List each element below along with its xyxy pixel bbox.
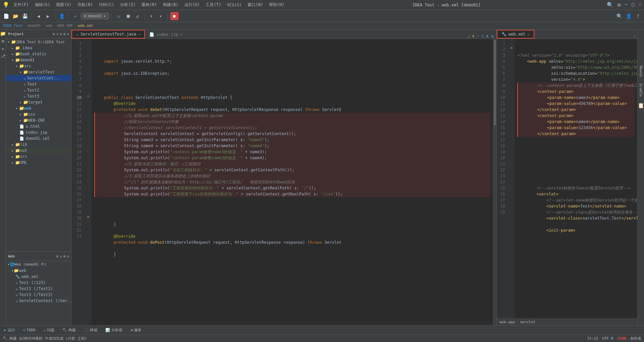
breadcrumb-part-4[interactable]: web.xml bbox=[78, 23, 93, 28]
menu-code[interactable]: 代码(C) bbox=[97, 2, 116, 8]
panel-sync-icon[interactable]: ⊙ bbox=[60, 32, 62, 36]
tree-item-servletcontext[interactable]: ☕ ServletCont... bbox=[6, 75, 71, 81]
tree-item-src[interactable]: ▾ 📁 src bbox=[6, 63, 71, 69]
build-button[interactable]: 🔨 构建 bbox=[60, 327, 78, 333]
help-icon[interactable]: ? bbox=[634, 12, 642, 20]
close-button[interactable]: ✕ bbox=[639, 2, 641, 8]
menu-run[interactable]: 运行(U) bbox=[182, 2, 202, 8]
menu-vcs[interactable]: VCS(S) bbox=[225, 3, 244, 7]
tree-item-out[interactable]: ▸ 📁 out bbox=[6, 148, 71, 154]
tree-item-servlettest[interactable]: ▾ 📁 servletTest bbox=[6, 69, 71, 75]
favorites-icon[interactable]: ★ bbox=[2, 46, 4, 51]
services-button[interactable]: ⚙ 服务 bbox=[128, 327, 144, 333]
breadcrumb-part-3[interactable]: WEB-INF bbox=[57, 23, 73, 28]
dropdown-button[interactable]: ▾ bbox=[157, 12, 165, 20]
tab-servletcontexttest[interactable]: ☕ ServletContextTest.java ✕ bbox=[71, 30, 145, 39]
tab-webxml[interactable]: 🔧 web.xml ✕ bbox=[497, 30, 534, 39]
maximize-button[interactable]: □ bbox=[632, 2, 634, 8]
menu-refactor[interactable]: 重构(R) bbox=[140, 2, 159, 8]
tree-item-test[interactable]: ☕ Test bbox=[6, 81, 71, 87]
breadcrumb-part-1[interactable]: demo01 bbox=[28, 23, 41, 28]
save-button[interactable]: 💾 bbox=[21, 12, 29, 20]
search-everywhere-icon[interactable]: 🔍 bbox=[615, 12, 623, 20]
tree-item-root[interactable]: ▾ 📁 IDEA Test D:\IDEA Test bbox=[6, 39, 71, 45]
git-icon[interactable]: ⎇ bbox=[1, 54, 5, 58]
gradle-icon[interactable]: Gradle bbox=[638, 81, 644, 100]
menu-help[interactable]: 帮助(H) bbox=[267, 2, 286, 8]
tab-close-button[interactable]: ✕ bbox=[138, 33, 140, 36]
project-icon[interactable]: 📁 bbox=[0, 31, 6, 36]
web-item-webxml[interactable]: 🔧 web.xml bbox=[6, 274, 71, 280]
event-log-icon[interactable]: 📋 bbox=[636, 101, 644, 110]
menu-build[interactable]: 构建(B) bbox=[161, 2, 180, 8]
user-button[interactable]: 👤 bbox=[58, 12, 66, 20]
breadcrumb-webapp[interactable]: web-app bbox=[499, 320, 515, 324]
web-tree-subtitle[interactable]: ▾ 🌐 Web (demo01 中) bbox=[6, 261, 71, 268]
web-item-test[interactable]: ☕ Test (/123) bbox=[6, 280, 71, 286]
tree-item-src2[interactable]: ▸ 📁 src bbox=[6, 154, 71, 160]
panel-sort-icon[interactable]: ↕ bbox=[56, 32, 59, 36]
tree-item-ahtml[interactable]: 📄 a.html bbox=[6, 123, 71, 129]
maven-icon[interactable]: Maven bbox=[638, 63, 644, 79]
tab-close-button[interactable]: ✕ bbox=[528, 33, 530, 36]
right-code-editor[interactable]: <?xml version="1.0" encoding="UTF-8"?> <… bbox=[515, 39, 637, 319]
tree-item-book-static[interactable]: ▸ 📁 book_static bbox=[6, 51, 71, 57]
web-item-test2[interactable]: ☕ Test2 (/Test2) bbox=[6, 286, 71, 292]
menu-file[interactable]: 文件(F) bbox=[11, 2, 31, 8]
breadcrumb-part-2[interactable]: web bbox=[46, 23, 53, 28]
tree-item-demo01[interactable]: ▾ 📁 demo01 bbox=[6, 57, 71, 63]
menu-window[interactable]: 窗口(W) bbox=[246, 2, 265, 8]
forward-button[interactable]: ▶ bbox=[44, 12, 52, 20]
run-button[interactable]: ▶ 运行 bbox=[2, 327, 17, 333]
panel-settings-icon[interactable]: ≡ bbox=[53, 32, 55, 36]
tree-item-target[interactable]: ▸ 📁 target bbox=[6, 99, 71, 105]
settings-icon[interactable]: ⚙ bbox=[618, 2, 621, 8]
stop-button[interactable]: ⏹ bbox=[124, 12, 132, 20]
settings-button[interactable]: ⬇ bbox=[147, 12, 155, 20]
sync-button[interactable]: ↻ bbox=[115, 12, 123, 20]
open-button[interactable]: 📂 bbox=[11, 12, 19, 20]
tree-item-css[interactable]: ▸ 📁 css bbox=[6, 111, 71, 117]
tree-item-test3[interactable]: ☕ Test3 bbox=[6, 93, 71, 99]
menu-analyze[interactable]: 分析(Z) bbox=[118, 2, 138, 8]
tree-item-idea[interactable]: ▸ 📁 .idea bbox=[6, 45, 71, 51]
stop-run-button[interactable]: ■ bbox=[170, 12, 178, 20]
tree-item-lib[interactable]: ▸ 📁 lib bbox=[6, 141, 71, 148]
terminal-button[interactable]: ⬛ 终端 bbox=[82, 327, 99, 333]
menu-view[interactable]: 视图(V) bbox=[54, 2, 73, 8]
menu-tools[interactable]: 工具(T) bbox=[204, 2, 223, 8]
analysis-button[interactable]: 📊 分析器 bbox=[103, 327, 124, 333]
tree-item-demo01iml[interactable]: 📄 demo01.iml bbox=[6, 135, 71, 141]
todo-button[interactable]: ≡ TODO bbox=[21, 327, 38, 333]
web-panel-gear[interactable]: ⚙ bbox=[63, 254, 66, 259]
web-panel-sync[interactable]: ↕ bbox=[60, 254, 62, 259]
profile-icon[interactable]: 👤 bbox=[625, 12, 633, 20]
tab-indexjsp[interactable]: 📄 index.jsp ✕ bbox=[145, 30, 186, 39]
web-item-web[interactable]: ▾ 📁 web bbox=[6, 268, 71, 274]
tree-item-web[interactable]: ▾ 📁 web bbox=[6, 105, 71, 111]
nav-up-icon[interactable]: ∧ bbox=[486, 34, 489, 39]
nav-down-icon[interactable]: ∨ bbox=[491, 34, 494, 39]
panel-close-icon[interactable]: ✕ bbox=[67, 32, 69, 36]
breadcrumb-part-0[interactable]: IDEA Test bbox=[3, 23, 23, 28]
revert-button[interactable]: ↺ bbox=[133, 12, 142, 20]
web-item-test3[interactable]: ☕ Test3 (/Test3) bbox=[6, 292, 71, 298]
menu-nav[interactable]: 导航(N) bbox=[75, 2, 95, 8]
tree-item-webinf[interactable]: ▸ 📁 WEB-INF bbox=[6, 117, 71, 123]
vertical-scrollbar[interactable] bbox=[493, 39, 496, 325]
tree-item-test2[interactable]: ☕ Test2 bbox=[6, 87, 71, 93]
undo-button[interactable]: ↩ bbox=[71, 12, 79, 20]
minimize-button[interactable]: ─ bbox=[625, 2, 628, 8]
tab-close-button[interactable]: ✕ bbox=[180, 33, 182, 36]
tree-item-indexjsp[interactable]: 📄 index.jsp bbox=[6, 129, 71, 135]
web-item-servletcontext[interactable]: ☕ ServletContext (/Ser... bbox=[6, 298, 71, 304]
menu-edit[interactable]: 编辑(E) bbox=[33, 2, 52, 8]
back-button[interactable]: ◀ bbox=[35, 12, 43, 20]
search-icon[interactable]: 🔍 bbox=[607, 2, 613, 8]
new-file-button[interactable]: 📄 bbox=[2, 12, 10, 20]
branch-selector[interactable]: ⑆ demo01 ▾ bbox=[81, 13, 109, 19]
breadcrumb-servlet[interactable]: servlet bbox=[520, 320, 535, 324]
code-editor[interactable]: import javax.servlet.http.*; import java… bbox=[92, 39, 493, 325]
web-panel-close[interactable]: ✕ bbox=[67, 254, 69, 259]
web-panel-settings[interactable]: ≡ bbox=[56, 254, 59, 259]
